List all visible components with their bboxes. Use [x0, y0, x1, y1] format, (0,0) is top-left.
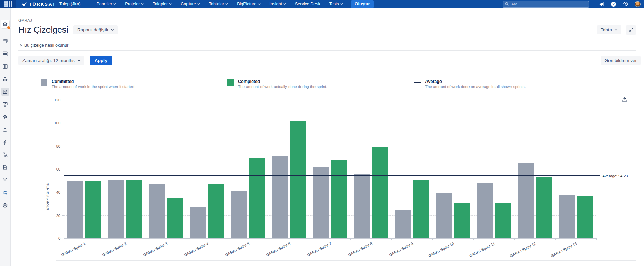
committed-bar[interactable]: [231, 191, 247, 239]
legend-description: The amount of work done on average in al…: [425, 85, 526, 89]
turksat-logo[interactable]: TÜRKSAT: [20, 2, 56, 7]
completed-bar[interactable]: [249, 158, 265, 239]
y-tick-label: 120: [54, 98, 60, 102]
board-switcher-label: Tahta: [601, 27, 612, 32]
app-switcher-button[interactable]: [0, 0, 16, 8]
download-chart-button[interactable]: [621, 96, 628, 103]
fullscreen-button[interactable]: [626, 25, 636, 35]
footer-divider: [56, 260, 636, 261]
sidebar-item-active-sprint[interactable]: [1, 62, 9, 71]
settings-button[interactable]: [622, 1, 628, 7]
apply-button[interactable]: Apply: [90, 56, 112, 65]
committed-bar[interactable]: [559, 195, 575, 239]
announcements-button[interactable]: [599, 1, 604, 7]
nav-item-tests[interactable]: Tests: [325, 0, 348, 8]
legend-swatch-committed: [41, 79, 47, 86]
completed-bar[interactable]: [372, 147, 388, 238]
search-input[interactable]: [503, 1, 589, 8]
user-avatar[interactable]: [635, 1, 641, 7]
turksat-logo-text: TÜRKSAT: [29, 2, 56, 7]
nav-item-bigpicture[interactable]: BigPicture: [233, 0, 265, 8]
download-icon: [621, 96, 628, 102]
main-content: GARAJ Hız Çizelgesi Raporu değiştir Taht…: [11, 8, 644, 266]
completed-bar[interactable]: [331, 160, 347, 238]
completed-bar[interactable]: [454, 203, 470, 239]
completed-bar[interactable]: [126, 180, 142, 239]
board-switcher-button[interactable]: Tahta: [597, 25, 621, 34]
chevron-down-icon: [283, 3, 286, 5]
committed-bar[interactable]: [67, 181, 83, 238]
sidebar-item-backlog[interactable]: [1, 50, 9, 58]
tree-branch-icon: [2, 190, 8, 196]
chevron-down-icon: [111, 29, 114, 31]
x-axis-label: GARAJ Sprint 5: [224, 241, 250, 257]
create-button[interactable]: Oluştur: [351, 0, 374, 8]
how-to-read-toggle[interactable]: Bu çizelge nasıl okunur: [18, 40, 636, 50]
project-avatar-badge: [6, 26, 11, 30]
committed-bar[interactable]: [518, 163, 534, 238]
committed-bar[interactable]: [395, 210, 411, 239]
legend-name: Committed: [52, 79, 135, 84]
bar-group-sprint-2: GARAJ Sprint 2: [105, 100, 146, 238]
help-icon: ?: [611, 2, 616, 7]
committed-bar[interactable]: [477, 183, 493, 238]
committed-bar[interactable]: [313, 167, 329, 239]
committed-bar[interactable]: [149, 184, 165, 238]
average-line-label: Average: 54.23: [602, 174, 628, 178]
committed-bar[interactable]: [436, 193, 452, 238]
completed-bar[interactable]: [208, 184, 224, 238]
nav-item-paneller[interactable]: Paneller: [92, 0, 121, 8]
monitor-check-icon: [2, 101, 8, 107]
time-range-dropdown[interactable]: Zaman aralığı: 12 months: [18, 56, 84, 65]
bar-group-sprint-12: GARAJ Sprint 12: [514, 100, 555, 238]
project-sidebar: [0, 8, 11, 266]
committed-bar[interactable]: [108, 180, 124, 239]
nav-item-tahtalar[interactable]: Tahtalar: [205, 0, 233, 8]
sidebar-item-boards[interactable]: [1, 37, 9, 45]
committed-bar[interactable]: [190, 207, 206, 238]
nav-item-label: Projeler: [125, 2, 140, 6]
nav-item-capture[interactable]: Capture: [176, 0, 204, 8]
completed-bar[interactable]: [290, 121, 306, 238]
sidebar-item-bug[interactable]: [1, 125, 9, 134]
x-tick-mark: [64, 238, 64, 240]
sidebar-item-reports[interactable]: [1, 88, 9, 96]
legend-item-average: AverageThe amount of work done on averag…: [414, 79, 526, 89]
committed-bar[interactable]: [272, 156, 288, 239]
help-button[interactable]: ?: [611, 2, 616, 7]
sidebar-item-addons[interactable]: [1, 113, 9, 121]
nav-item-talepler[interactable]: Talepler: [148, 0, 176, 8]
completed-bar[interactable]: [536, 177, 552, 238]
breadcrumb[interactable]: GARAJ: [18, 18, 636, 23]
nav-item-projeler[interactable]: Projeler: [121, 0, 148, 8]
puzzle-icon: [2, 114, 8, 120]
x-axis-label: GARAJ Sprint 4: [184, 241, 209, 257]
nav-item-insight[interactable]: Insight: [265, 0, 291, 8]
sidebar-item-automation[interactable]: [1, 138, 9, 146]
completed-bar[interactable]: [577, 196, 593, 238]
sidebar-item-queues[interactable]: [1, 100, 9, 108]
sidebar-item-bigpicture[interactable]: [1, 176, 9, 184]
sidebar-item-structure[interactable]: [1, 151, 9, 159]
completed-bar[interactable]: [85, 181, 101, 238]
committed-bar[interactable]: [354, 174, 370, 238]
top-navbar: TÜRKSAT Talep (Jira) PanellerProjelerTal…: [0, 0, 644, 8]
sidebar-item-tree[interactable]: [1, 189, 9, 197]
boards-icon: [2, 38, 8, 44]
completed-bar[interactable]: [495, 203, 511, 239]
nav-item-service-desk[interactable]: Service Desk: [291, 0, 325, 8]
feedback-button[interactable]: Geri bildirim ver: [601, 56, 641, 65]
chevron-down-icon: [225, 3, 228, 5]
sidebar-item-settings[interactable]: [1, 201, 9, 209]
legend-name: Average: [425, 79, 526, 84]
project-avatar[interactable]: [1, 20, 10, 29]
x-tick-mark: [391, 238, 392, 240]
sidebar-item-tests[interactable]: [1, 163, 9, 172]
x-axis-label: GARAJ Sprint 8: [347, 241, 373, 257]
bar-group-sprint-7: GARAJ Sprint 7: [310, 100, 351, 238]
sidebar-item-releases[interactable]: [1, 75, 9, 83]
completed-bar[interactable]: [167, 198, 183, 238]
chevron-down-icon: [113, 3, 116, 5]
change-report-button[interactable]: Raporu değiştir: [73, 25, 118, 34]
completed-bar[interactable]: [413, 180, 429, 239]
